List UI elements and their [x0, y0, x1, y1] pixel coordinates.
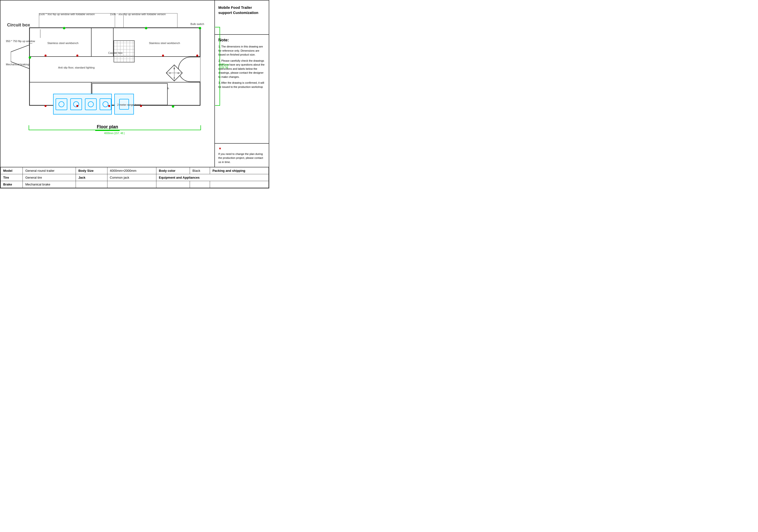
jack-value: Common jack — [107, 174, 156, 181]
brake-empty-2 — [107, 181, 156, 188]
arrow-icon: ▼ — [218, 147, 265, 150]
stove-container — [53, 94, 112, 115]
circuit-box-label: Circuit box — [7, 22, 30, 28]
dim-bracket-h — [29, 125, 201, 130]
right-bottom-section: ▼ If you need to change the plan during … — [215, 144, 269, 167]
bulb-switch-label: Bulb switch — [190, 22, 204, 25]
brake-value: Mechanical brake — [23, 181, 76, 188]
floor-plan-underline — [95, 130, 120, 131]
floor-plan-area: 1500 * 950 flip up window with foldable … — [3, 17, 212, 136]
burner-1 — [55, 98, 67, 110]
table-row-3: Brake Mechanical brake — [1, 181, 269, 188]
workbench-label-right: Stainless steel workbench — [135, 42, 194, 45]
model-label: Model — [1, 167, 23, 174]
ann-line-top-1 — [39, 13, 115, 14]
jack-label: Jack — [76, 174, 107, 181]
body-size-value: 4000mm×2000mm — [107, 167, 156, 174]
mechanical-braking-label: Mechanical braking — [6, 63, 29, 66]
tire-value: General tire — [23, 174, 76, 181]
burner-4 — [100, 98, 111, 110]
content-row: 1500 * 950 flip up window with foldable … — [0, 0, 269, 167]
svg-text:B: B — [174, 67, 175, 70]
burner-2 — [70, 98, 82, 110]
red-dot-4 — [76, 105, 78, 107]
trailer-body: Cashier box Stainless steel workbench St… — [29, 27, 200, 106]
ann-line-top-2 — [123, 13, 177, 14]
body-size-label: Body Size — [76, 167, 107, 174]
brake-empty-4 — [190, 181, 210, 188]
divider-v1 — [91, 28, 91, 56]
window-950-label: 950 * 750 flip up window — [6, 40, 35, 43]
dim-label-2000: 2000mm [78.74] — [220, 27, 227, 105]
body-color-value: Black — [190, 167, 210, 174]
body-color-label: Body color — [156, 167, 190, 174]
red-dot-1 — [45, 54, 47, 56]
workbench-label-left: Stainless steel workbench — [35, 42, 91, 45]
brake-empty-5 — [210, 181, 268, 188]
equipment-label: Equipment and Appliances — [156, 174, 269, 181]
dim-bracket-v — [215, 27, 220, 106]
green-dot-4 — [172, 105, 174, 108]
svg-text:D: D — [178, 72, 179, 74]
red-dot-3 — [45, 105, 47, 107]
brake-empty-1 — [76, 181, 107, 188]
table-row-1: Model General round trailer Body Size 40… — [1, 167, 269, 174]
cashier-label: Cashier box — [108, 51, 122, 54]
dim-label-4000: 4000mm [157. 48 ] — [29, 132, 200, 135]
drawing-panel: 1500 * 950 flip up window with foldable … — [0, 0, 215, 167]
anti-slip-label: Anti slip floor, standard lighting — [42, 66, 111, 69]
red-dot-8 — [162, 54, 164, 56]
green-dot-2 — [145, 27, 147, 29]
packing-label: Packing and shipping — [210, 167, 268, 174]
green-dot-1 — [63, 27, 65, 29]
red-dot-5 — [108, 105, 110, 107]
svg-text:A: A — [174, 77, 175, 79]
sidebar-title: Mobile Food Trailer support Customizatio… — [218, 5, 265, 15]
tire-label: Tire — [1, 174, 23, 181]
red-dot-2 — [76, 54, 78, 56]
brake-empty-3 — [156, 181, 190, 188]
green-dot-5 — [29, 56, 31, 59]
trailer-drawing: 1500 * 950 flip up window with foldable … — [7, 17, 208, 120]
main-container: 1500 * 950 flip up window with foldable … — [0, 0, 269, 188]
window-950-line — [29, 43, 32, 44]
range-hood-label: 2 meter range hood — [117, 103, 141, 106]
green-dot-3 — [199, 27, 201, 29]
ann-line-1 — [39, 13, 39, 28]
bottom-note-text: If you need to change the plan during th… — [218, 152, 265, 164]
specs-table: Model General round trailer Body Size 40… — [0, 167, 269, 188]
diamond-symbol: B C D A — [166, 64, 183, 83]
model-value: General round trailer — [23, 167, 76, 174]
red-dot-7 — [196, 54, 198, 56]
table-row-2: Tire General tire Jack Common jack Equip… — [1, 174, 269, 181]
svg-text:C: C — [169, 72, 171, 74]
burner-3 — [85, 98, 97, 110]
brake-label: Brake — [1, 181, 23, 188]
